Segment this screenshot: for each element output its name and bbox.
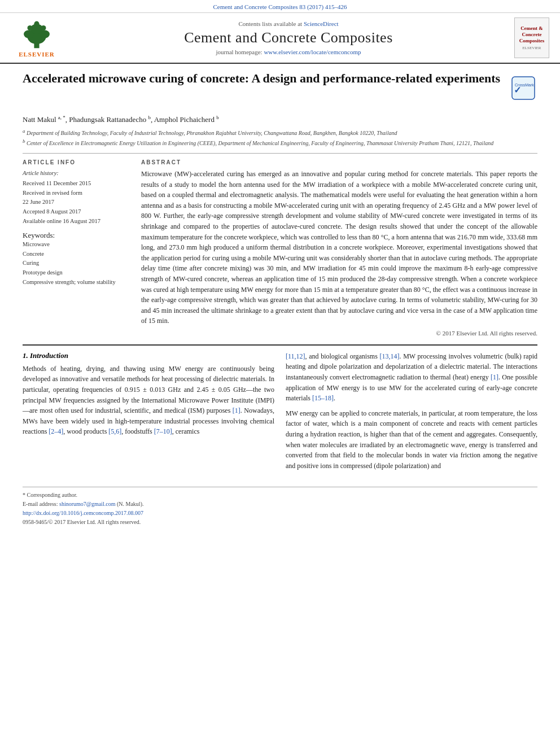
article-content: Accelerated microwave curing of concrete…	[0, 64, 560, 538]
article-info-column: Article Info Article history: Received 1…	[23, 159, 130, 337]
issn-footnote: 0958-9465/© 2017 Elsevier Ltd. All right…	[23, 518, 537, 527]
ref-1[interactable]: [1]	[233, 407, 240, 414]
body-content-columns: 1. Introduction Methods of heating, dryi…	[23, 351, 537, 476]
keyword-5: Compressive strength; volume stability	[23, 278, 130, 287]
svg-point-7	[34, 21, 39, 26]
journal-homepage-line: journal homepage: www.elsevier.com/locat…	[68, 49, 509, 55]
journal-logo-box: Cement &ConcreteComposites ELSEVIER	[514, 18, 549, 58]
elsevier-label: ELSEVIER	[19, 51, 55, 58]
abstract-text: Microwave (MW)-accelerated curing has em…	[141, 169, 537, 326]
elsevier-logo: ELSEVIER	[17, 19, 56, 58]
keywords-label: Keywords:	[23, 231, 55, 239]
ref-1b[interactable]: [1]	[491, 373, 498, 381]
bottom-divider	[23, 344, 537, 346]
keyword-1: Microwave	[23, 240, 130, 250]
author-1: Natt Makul a, *	[23, 115, 65, 124]
keyword-3: Curing	[23, 259, 130, 268]
corresponding-author-note: * Corresponding author.	[23, 491, 537, 500]
author-3: Amphol Pichaicherd b	[154, 115, 219, 124]
available-online: Available online 16 August 2017	[23, 217, 130, 226]
body-right-column: [11,12], and biological organisms [13,14…	[286, 351, 537, 476]
authors-line: Natt Makul a, *, Phadungsak Rattanadecho…	[23, 115, 537, 124]
keywords-block: Keywords: Microwave Concrete Curing Prot…	[23, 231, 130, 287]
sciencedirect-line: Contents lists available at ScienceDirec…	[68, 20, 509, 27]
elsevier-logo-area: ELSEVIER	[6, 19, 68, 58]
email-footnote: E-mail address: shinorumo7@gmail.com (N.…	[23, 500, 537, 509]
doi-footnote: http://dx.doi.org/10.1016/j.cemconcomp.2…	[23, 509, 537, 518]
crossmark-area: CrossMark ✓	[509, 74, 537, 104]
received-1: Received 11 December 2015	[23, 179, 130, 189]
doi-link[interactable]: http://dx.doi.org/10.1016/j.cemconcomp.2…	[23, 510, 143, 516]
divider-1	[23, 153, 537, 154]
body-right-para-2: MW energy can be applied to concrete mat…	[286, 408, 537, 471]
footnotes-area: * Corresponding author. E-mail address: …	[23, 487, 537, 527]
journal-banner-center: Contents lists available at ScienceDirec…	[68, 20, 509, 55]
ref-7-10[interactable]: [7–10]	[154, 427, 172, 435]
affiliations: a Department of Building Technology, Fac…	[23, 128, 537, 147]
body-left-column: 1. Introduction Methods of heating, dryi…	[23, 351, 274, 476]
sciencedirect-link[interactable]: ScienceDirect	[304, 20, 339, 27]
ref-11-12[interactable]: [11,12]	[286, 352, 305, 360]
svg-text:✓: ✓	[514, 85, 521, 95]
journal-homepage-link[interactable]: www.elsevier.com/locate/cemconcomp	[264, 49, 361, 55]
abstract-column: ABSTRACT Microwave (MW)-accelerated curi…	[141, 159, 537, 337]
svg-point-6	[41, 25, 46, 30]
accepted: Accepted 8 August 2017	[23, 207, 130, 217]
ref-13-14[interactable]: [13,14]	[380, 352, 400, 360]
article-info-label: Article Info	[23, 159, 130, 165]
article-title-text: Accelerated microwave curing of concrete…	[23, 71, 502, 91]
received-2-date: 22 June 2017	[23, 198, 130, 207]
ref-5-6[interactable]: [5,6]	[108, 427, 121, 435]
ref-2-4[interactable]: [2–4]	[49, 427, 63, 435]
keyword-4: Prototype design	[23, 268, 130, 278]
intro-heading: 1. Introduction	[23, 351, 274, 360]
abstract-label: ABSTRACT	[141, 159, 537, 165]
elsevier-tree-icon	[17, 19, 56, 50]
history-label: Article history:	[23, 169, 130, 178]
article-title: Accelerated microwave curing of concrete…	[23, 71, 502, 87]
article-title-section: Accelerated microwave curing of concrete…	[23, 71, 537, 109]
author-2: Phadungsak Rattanadecho b	[69, 115, 151, 124]
ref-15-18[interactable]: [15–18]	[312, 394, 334, 402]
crossmark-icon: CrossMark ✓	[509, 74, 537, 102]
article-info-abstract-columns: Article Info Article history: Received 1…	[23, 159, 537, 337]
keyword-2: Concrete	[23, 250, 130, 259]
intro-para-1: Methods of heating, drying, and thawing …	[23, 364, 274, 437]
journal-banner: ELSEVIER Contents lists available at Sci…	[0, 13, 560, 64]
svg-point-5	[28, 25, 33, 30]
article-info-block: Article history: Received 11 December 20…	[23, 169, 130, 226]
received-2-label: Received in revised form	[23, 189, 130, 198]
copyright-line: © 2017 Elsevier Ltd. All rights reserved…	[141, 330, 537, 337]
email-link[interactable]: shinorumo7@gmail.com	[59, 501, 115, 507]
body-right-para-1: [11,12], and biological organisms [13,14…	[286, 351, 537, 404]
journal-reference: Cement and Concrete Composites 83 (2017)…	[0, 0, 560, 13]
journal-logo-right: Cement &ConcreteComposites ELSEVIER	[509, 18, 554, 58]
journal-title: Cement and Concrete Composites	[68, 29, 509, 46]
